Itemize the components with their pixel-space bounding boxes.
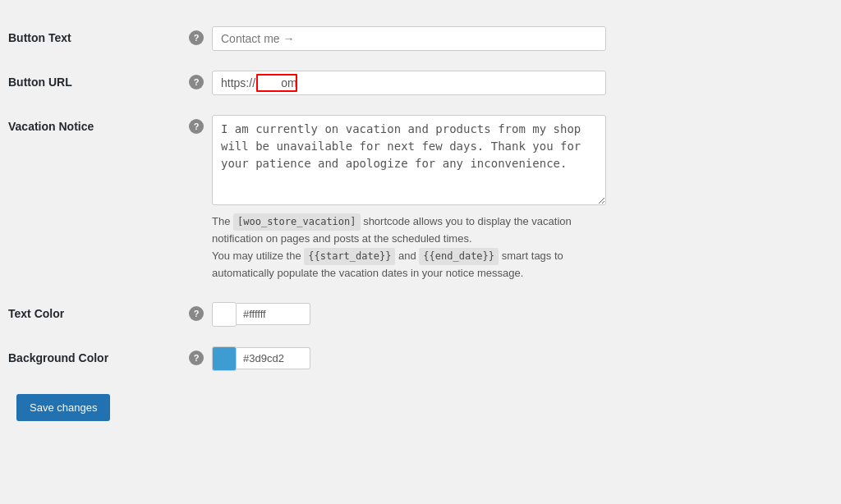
text-color-picker-group [212,302,310,327]
notice-desc-line1-pre: The [212,215,233,227]
background-color-swatch[interactable] [212,346,237,371]
button-text-row: Button Text ? [8,16,825,61]
background-color-label: Background Color [8,346,189,364]
button-url-row: Button URL ? [8,61,825,105]
background-color-row: Background Color ? [8,337,825,381]
end-date-tag: {{end_date}} [419,248,499,265]
vacation-notice-help-icon[interactable]: ? [189,119,204,134]
button-text-label: Button Text [8,26,189,44]
start-date-tag: {{start_date}} [304,248,395,265]
notice-desc-line2-pre: You may utilize the [212,250,304,262]
settings-page: Button Text ? Button URL ? Vacation Noti… [0,0,841,504]
background-color-picker-group [212,346,310,371]
background-color-value-input[interactable] [237,347,310,369]
button-url-input[interactable] [212,71,606,95]
text-color-field-content: ? [189,302,825,327]
button-url-field-content: ? [189,71,825,95]
vacation-notice-textarea[interactable] [212,115,606,205]
notice-desc-line2-mid: and [395,250,419,262]
text-color-value-input[interactable] [237,303,310,325]
save-changes-button[interactable]: Save changes [16,394,110,421]
shortcode-tag: [woo_store_vacation] [233,213,361,231]
button-text-field-content: ? [189,26,825,51]
text-color-help-icon[interactable]: ? [189,306,204,321]
background-color-field-content: ? [189,346,825,371]
background-color-help-icon[interactable]: ? [189,351,204,365]
save-button-row: Save changes [8,381,825,421]
button-url-help-icon[interactable]: ? [189,75,204,89]
text-color-row: Text Color ? [8,292,825,337]
url-input-wrapper [212,71,606,95]
button-text-input[interactable] [212,26,606,51]
vacation-notice-field-content: ? The [woo_store_vacation] shortcode all… [189,115,825,282]
button-url-label: Button URL [8,71,189,89]
button-text-help-icon[interactable]: ? [189,30,204,45]
text-color-swatch[interactable] [212,302,237,327]
vacation-notice-description: The [woo_store_vacation] shortcode allow… [212,213,606,282]
text-color-label: Text Color [8,302,189,320]
vacation-notice-row: Vacation Notice ? The [woo_store_vacatio… [8,105,825,292]
vacation-notice-label: Vacation Notice [8,115,189,133]
